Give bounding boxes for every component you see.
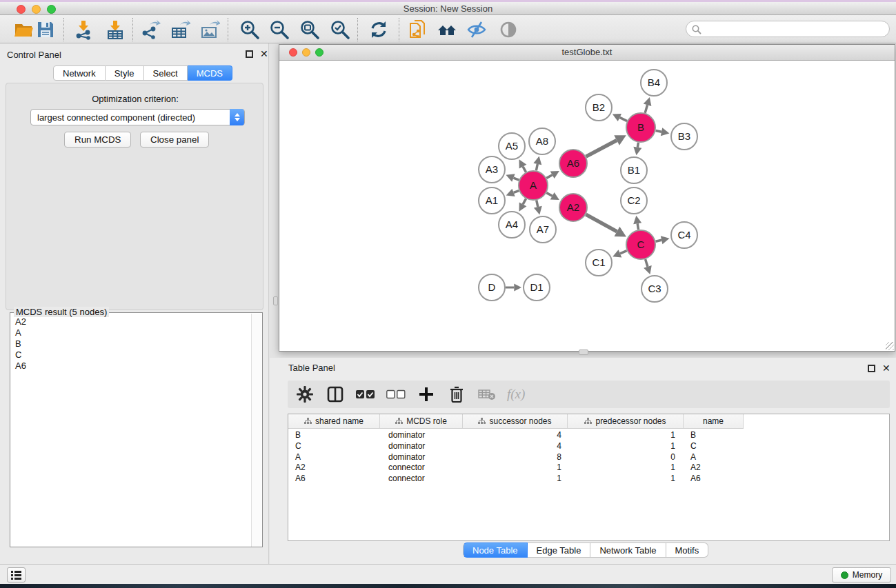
graph-node-A6[interactable]: A6: [559, 150, 587, 177]
splitter-handle[interactable]: [579, 349, 588, 355]
splitter-handle[interactable]: [273, 296, 278, 305]
hide-visual-icon[interactable]: [466, 19, 488, 41]
graph-node-A4[interactable]: A4: [499, 212, 525, 238]
edge-A-A6[interactable]: [546, 175, 552, 179]
graph-node-B1[interactable]: B1: [621, 157, 647, 183]
column-header-predecessor-nodes[interactable]: predecessor nodes: [568, 414, 684, 428]
tab-mcds[interactable]: MCDS: [188, 65, 232, 81]
table-row[interactable]: A6connector11A6: [288, 474, 744, 485]
graph-node-A2[interactable]: A2: [559, 194, 587, 221]
clone-network-icon[interactable]: [407, 19, 429, 41]
edge-A-A8[interactable]: [536, 164, 537, 170]
edge-A-A5[interactable]: [523, 167, 526, 172]
graph-node-B4[interactable]: B4: [641, 70, 667, 96]
export-image-icon[interactable]: [199, 19, 221, 41]
import-network-icon[interactable]: [72, 19, 94, 41]
graph-node-A5[interactable]: A5: [499, 133, 525, 159]
close-panel-icon[interactable]: ✕: [260, 48, 268, 59]
edge-B-B1[interactable]: [637, 143, 638, 148]
resize-grip-icon[interactable]: [886, 342, 894, 350]
run-mcds-button[interactable]: Run MCDS: [64, 132, 131, 148]
edge-A-A3[interactable]: [513, 178, 519, 180]
select-all-icon[interactable]: [355, 384, 376, 405]
tab-node-table[interactable]: Node Table: [463, 543, 528, 558]
graph-node-A3[interactable]: A3: [479, 156, 505, 183]
import-table-icon[interactable]: [104, 19, 126, 41]
save-session-icon[interactable]: [34, 19, 57, 41]
edge-A-A2[interactable]: [546, 193, 552, 196]
edge-A2-C[interactable]: [586, 214, 617, 232]
edge-B-B2[interactable]: [619, 117, 627, 121]
deselect-all-icon[interactable]: [386, 384, 406, 405]
zoom-out-icon[interactable]: [268, 19, 290, 41]
scrollbar[interactable]: [251, 314, 261, 547]
edge-C-C1[interactable]: [620, 251, 627, 254]
task-history-button[interactable]: [7, 567, 26, 582]
settings-gear-icon[interactable]: [295, 384, 315, 405]
add-column-icon[interactable]: [416, 384, 437, 405]
mcds-result-item[interactable]: C: [11, 349, 251, 361]
edge-C-C2[interactable]: [637, 223, 638, 230]
mcds-result-item[interactable]: A6: [11, 361, 251, 372]
zoom-selected-icon[interactable]: [329, 19, 351, 41]
table-row[interactable]: Adominator80A: [288, 452, 744, 463]
graph-node-B3[interactable]: B3: [671, 123, 697, 150]
mcds-result-item[interactable]: B: [11, 338, 251, 349]
show-graphics-icon[interactable]: [497, 19, 519, 41]
memory-button[interactable]: Memory: [832, 567, 891, 582]
graph-node-A1[interactable]: A1: [479, 187, 505, 214]
graph-node-A8[interactable]: A8: [529, 128, 555, 154]
delete-table-icon[interactable]: [477, 384, 497, 405]
tab-motifs[interactable]: Motifs: [666, 543, 709, 558]
search-input[interactable]: [704, 22, 884, 36]
function-builder-icon[interactable]: f(x): [507, 387, 525, 402]
graph-node-A[interactable]: A: [519, 171, 548, 200]
table-row[interactable]: Bdominator41B: [288, 430, 744, 441]
graph-node-B2[interactable]: B2: [586, 94, 612, 121]
show-columns-icon[interactable]: [325, 384, 346, 405]
export-network-icon[interactable]: [139, 19, 161, 41]
edge-A-A1[interactable]: [514, 191, 519, 193]
open-file-icon[interactable]: [12, 19, 34, 41]
graph-node-C[interactable]: C: [626, 230, 655, 259]
search-field[interactable]: [686, 21, 890, 37]
edge-A6-B[interactable]: [586, 140, 617, 156]
float-panel-icon[interactable]: [868, 365, 875, 372]
zoom-fit-icon[interactable]: [299, 19, 321, 41]
table-row[interactable]: Cdominator41C: [288, 441, 744, 452]
first-neighbors-icon[interactable]: [436, 19, 458, 41]
refresh-icon[interactable]: [368, 19, 390, 41]
graph-node-C4[interactable]: C4: [671, 222, 697, 248]
edge-C-C4[interactable]: [655, 240, 661, 241]
export-table-icon[interactable]: [169, 19, 191, 41]
network-canvas[interactable]: AA1A2A3A4A5A6A7A8BB1B2B3B4CC1C2C3C4DD1: [280, 61, 895, 351]
close-panel-button[interactable]: Close panel: [140, 132, 209, 148]
float-panel-icon[interactable]: [246, 50, 253, 58]
graph-node-C2[interactable]: C2: [621, 187, 647, 214]
zoom-in-icon[interactable]: [239, 19, 261, 41]
column-header-mcds-role[interactable]: MCDS role: [380, 414, 463, 428]
graph-node-C1[interactable]: C1: [586, 250, 612, 276]
edge-A-A7[interactable]: [537, 200, 538, 207]
tab-edge-table[interactable]: Edge Table: [528, 543, 591, 558]
close-panel-icon[interactable]: ✕: [882, 363, 890, 374]
tab-select[interactable]: Select: [144, 65, 188, 81]
column-header-shared-name[interactable]: shared name: [288, 414, 380, 428]
tab-network[interactable]: Network: [53, 65, 106, 81]
column-header-name[interactable]: name: [684, 414, 744, 428]
graph-node-B[interactable]: B: [626, 113, 655, 142]
edge-C-C3[interactable]: [646, 259, 648, 267]
network-window-titlebar[interactable]: testGlobe.txt: [279, 45, 895, 61]
graph-node-D1[interactable]: D1: [524, 274, 550, 301]
edge-A-A4[interactable]: [523, 199, 526, 204]
optimization-criterion-select[interactable]: largest connected component (directed): [30, 109, 245, 125]
graph-node-A7[interactable]: A7: [530, 216, 556, 243]
table-row[interactable]: A2connector11A2: [288, 463, 744, 474]
delete-column-icon[interactable]: [446, 384, 467, 405]
tab-style[interactable]: Style: [106, 65, 144, 81]
mcds-result-item[interactable]: A2: [11, 316, 251, 327]
graph-node-D[interactable]: D: [479, 274, 505, 301]
column-header-successor-nodes[interactable]: successor nodes: [463, 414, 568, 428]
graph-node-C3[interactable]: C3: [641, 276, 668, 302]
tab-network-table[interactable]: Network Table: [590, 543, 666, 558]
